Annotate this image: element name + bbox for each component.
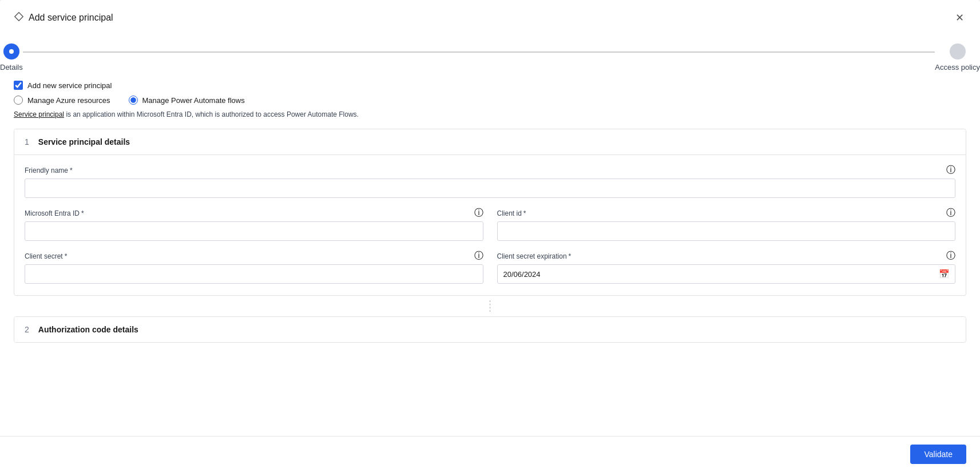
radio-manage-azure-input[interactable] xyxy=(14,96,23,105)
dialog-header: Add service principal ✕ xyxy=(0,0,980,32)
section2-card: 2 Authorization code details xyxy=(14,316,966,343)
friendly-name-field: Friendly name * ⓘ xyxy=(25,164,955,198)
client-secret-expiration-required: * xyxy=(569,252,572,260)
dialog-content: Add new service principal Manage Azure r… xyxy=(0,81,980,436)
client-id-field: Client id * ⓘ xyxy=(497,207,956,241)
dialog-footer: Validate xyxy=(0,436,980,472)
section2-title: Authorization code details xyxy=(38,325,138,334)
entra-id-label: Microsoft Entra ID * xyxy=(25,209,84,217)
client-secret-expiration-label: Client secret expiration * xyxy=(497,252,572,260)
client-id-info-icon[interactable]: ⓘ xyxy=(946,207,955,219)
secret-expiration-row: Client secret * ⓘ Client secret expirati… xyxy=(25,250,955,284)
friendly-name-required: * xyxy=(70,166,73,174)
add-new-checkbox[interactable] xyxy=(14,81,23,90)
entra-id-required: * xyxy=(81,209,84,217)
stepper: Details Access policy xyxy=(0,32,980,81)
close-button[interactable]: ✕ xyxy=(953,10,966,25)
step-access-policy: Access policy xyxy=(935,43,980,72)
client-secret-required: * xyxy=(65,252,68,260)
section1-header: 1 Service principal details xyxy=(14,129,966,154)
add-new-checkbox-row: Add new service principal xyxy=(14,81,966,90)
validate-button[interactable]: Validate xyxy=(910,445,966,464)
step-details: Details xyxy=(0,43,23,72)
section2-header: 2 Authorization code details xyxy=(14,317,966,342)
service-principal-link[interactable]: Service principal xyxy=(14,110,64,118)
client-id-input[interactable] xyxy=(497,221,956,241)
section2-number: 2 xyxy=(25,325,29,334)
radio-manage-azure-label: Manage Azure resources xyxy=(27,96,110,105)
dialog-title: Add service principal xyxy=(14,11,113,24)
info-text-description: is an application within Microsoft Entra… xyxy=(64,110,359,118)
client-secret-label: Client secret * xyxy=(25,252,67,260)
step-details-label: Details xyxy=(0,63,23,72)
microsoft-entra-id-field: Microsoft Entra ID * ⓘ xyxy=(25,207,483,241)
section1-body: Friendly name * ⓘ Microsoft Entra ID * ⓘ xyxy=(14,154,966,295)
client-secret-info-icon[interactable]: ⓘ xyxy=(474,250,483,262)
client-secret-input[interactable] xyxy=(25,264,483,284)
client-id-required: * xyxy=(523,209,526,217)
date-input-wrapper: 20/06/2024 📅 xyxy=(497,264,956,284)
radio-options-row: Manage Azure resources Manage Power Auto… xyxy=(14,96,966,105)
entra-clientid-row: Microsoft Entra ID * ⓘ Client id * ⓘ xyxy=(25,207,955,241)
entra-id-info-icon[interactable]: ⓘ xyxy=(474,207,483,219)
diamond-icon xyxy=(14,11,24,24)
step-access-policy-label: Access policy xyxy=(935,63,980,72)
add-service-principal-dialog: Add service principal ✕ Details Access p… xyxy=(0,0,980,472)
radio-manage-power-label: Manage Power Automate flows xyxy=(142,96,245,105)
step-access-policy-circle xyxy=(950,43,966,60)
svg-point-1 xyxy=(9,49,14,54)
client-secret-expiration-field: Client secret expiration * ⓘ 20/06/2024 … xyxy=(497,250,956,284)
friendly-name-info-icon[interactable]: ⓘ xyxy=(946,164,955,176)
add-new-checkbox-label: Add new service principal xyxy=(27,81,112,90)
client-secret-expiration-input[interactable]: 20/06/2024 xyxy=(497,264,956,284)
section1-number: 1 xyxy=(25,137,29,146)
dashed-divider xyxy=(490,300,490,312)
client-id-label: Client id * xyxy=(497,209,526,217)
step-details-circle xyxy=(3,43,19,60)
section-divider-area xyxy=(14,300,966,312)
section1-title: Service principal details xyxy=(38,137,130,146)
info-text: Service principal is an application with… xyxy=(14,110,966,118)
radio-manage-azure[interactable]: Manage Azure resources xyxy=(14,96,110,105)
friendly-name-label: Friendly name * xyxy=(25,166,73,174)
friendly-name-input[interactable] xyxy=(25,179,955,198)
client-secret-expiration-info-icon[interactable]: ⓘ xyxy=(946,250,955,262)
svg-marker-0 xyxy=(15,13,23,21)
stepper-connector xyxy=(23,51,935,53)
radio-manage-power[interactable]: Manage Power Automate flows xyxy=(129,96,245,105)
section1-card: 1 Service principal details Friendly nam… xyxy=(14,129,966,296)
radio-manage-power-input[interactable] xyxy=(129,96,138,105)
dialog-title-text: Add service principal xyxy=(29,13,113,23)
entra-id-input[interactable] xyxy=(25,221,483,241)
client-secret-field: Client secret * ⓘ xyxy=(25,250,483,284)
